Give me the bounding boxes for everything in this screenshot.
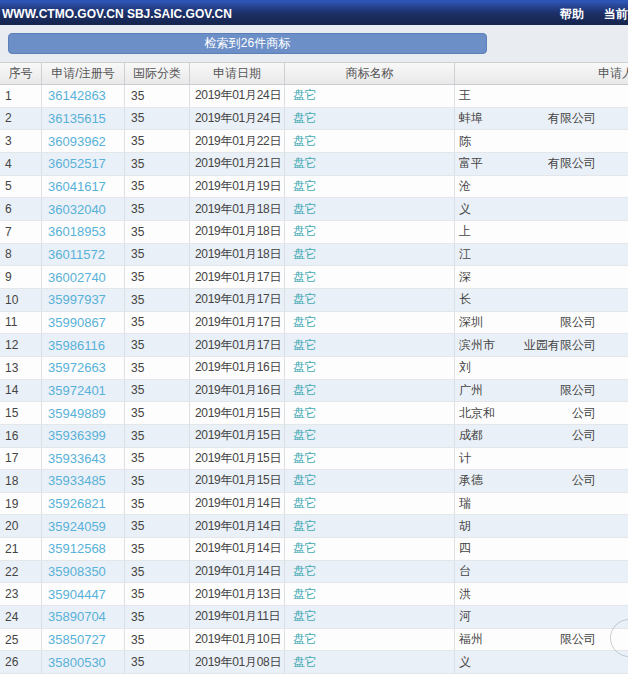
registration-number-link[interactable]: 35990867 (48, 315, 106, 330)
trademark-name-link[interactable]: 盘它 (293, 201, 317, 218)
applicant-name-fragment-left: 上 (459, 223, 471, 240)
registration-number-link[interactable]: 35924059 (48, 519, 106, 534)
registration-number-link[interactable]: 36135615 (48, 111, 106, 126)
trademark-name-link[interactable]: 盘它 (293, 178, 317, 195)
registration-number-link[interactable]: 36018953 (48, 224, 106, 239)
apply-date-cell: 2019年01月11日 (190, 606, 285, 628)
trademark-name-link[interactable]: 盘它 (293, 155, 317, 172)
trademark-name-link[interactable]: 盘它 (293, 472, 317, 489)
apply-date-cell: 2019年01月24日 (190, 108, 285, 130)
table-row: 1 36142863 35 2019年01月24日 盘它 王 (0, 85, 628, 108)
column-header-index: 序号 (0, 63, 42, 84)
applicant-cell: 胡 (455, 515, 628, 537)
applicant-name-fragment-left: 富平 (459, 155, 483, 172)
index-cell: 10 (0, 289, 42, 311)
table-row: 17 35933643 35 2019年01月15日 盘它 计 (0, 448, 628, 471)
trademark-name-link[interactable]: 盘它 (293, 495, 317, 512)
registration-number-link[interactable]: 36052517 (48, 156, 106, 171)
intl-class-cell: 35 (125, 448, 190, 470)
trademark-name-link[interactable]: 盘它 (293, 87, 317, 104)
applicant-cell: 王 (455, 85, 628, 107)
applicant-name-fragment-left: 滨州市 (459, 337, 495, 354)
trademark-name-cell: 盘它 (285, 289, 455, 311)
registration-number-link[interactable]: 35933643 (48, 451, 106, 466)
intl-class-cell: 35 (125, 130, 190, 152)
registration-number-link[interactable]: 35912568 (48, 541, 106, 556)
trademark-name-link[interactable]: 盘它 (293, 608, 317, 625)
trademark-name-link[interactable]: 盘它 (293, 314, 317, 331)
registration-number-link[interactable]: 35949889 (48, 406, 106, 421)
apply-date-cell: 2019年01月14日 (190, 515, 285, 537)
trademark-name-link[interactable]: 盘它 (293, 382, 317, 399)
applicant-name-fragment-left: 深圳 (459, 314, 483, 331)
trademark-name-link[interactable]: 盘它 (293, 359, 317, 376)
trademark-name-cell: 盘它 (285, 198, 455, 220)
registration-number-link[interactable]: 35850727 (48, 632, 106, 647)
registration-number-link[interactable]: 35972663 (48, 360, 106, 375)
trademark-name-link[interactable]: 盘它 (293, 586, 317, 603)
applicant-cell: 深圳 限公司 (455, 312, 628, 334)
trademark-name-link[interactable]: 盘它 (293, 405, 317, 422)
trademark-name-link[interactable]: 盘它 (293, 518, 317, 535)
registration-number-link[interactable]: 35800530 (48, 655, 106, 670)
registration-number-link[interactable]: 36041617 (48, 179, 106, 194)
apply-date-cell: 2019年01月15日 (190, 448, 285, 470)
trademark-name-link[interactable]: 盘它 (293, 246, 317, 263)
trademark-name-link[interactable]: 盘它 (293, 450, 317, 467)
registration-number-link[interactable]: 35904447 (48, 587, 106, 602)
registration-number-link[interactable]: 36002740 (48, 270, 106, 285)
registration-number-cell: 35990867 (42, 312, 125, 334)
intl-class-cell: 35 (125, 606, 190, 628)
registration-number-link[interactable]: 35926821 (48, 496, 106, 511)
registration-number-link[interactable]: 36142863 (48, 88, 106, 103)
trademark-name-link[interactable]: 盘它 (293, 563, 317, 580)
applicant-cell: 洪 (455, 583, 628, 605)
registration-number-link[interactable]: 36093962 (48, 134, 106, 149)
table-row: 12 35986116 35 2019年01月17日 盘它 滨州市 业园有限公司 (0, 334, 628, 357)
current-status-link[interactable]: 当前数 (604, 6, 628, 23)
search-result-count-banner[interactable]: 检索到26件商标 (8, 33, 487, 54)
trademark-name-link[interactable]: 盘它 (293, 540, 317, 557)
registration-number-cell: 36002740 (42, 266, 125, 288)
trademark-name-link[interactable]: 盘它 (293, 223, 317, 240)
registration-number-link[interactable]: 35986116 (48, 338, 105, 353)
trademark-name-link[interactable]: 盘它 (293, 291, 317, 308)
column-header-intl-class: 国际分类 (125, 63, 190, 84)
registration-number-cell: 35912568 (42, 538, 125, 560)
table-row: 7 36018953 35 2019年01月18日 盘它 上 (0, 221, 628, 244)
registration-number-link[interactable]: 35890704 (48, 609, 106, 624)
trademark-name-link[interactable]: 盘它 (293, 269, 317, 286)
trademark-name-link[interactable]: 盘它 (293, 110, 317, 127)
trademark-name-cell: 盘它 (285, 130, 455, 152)
registration-number-cell: 35890704 (42, 606, 125, 628)
registration-number-link[interactable]: 35936399 (48, 428, 106, 443)
table-row: 11 35990867 35 2019年01月17日 盘它 深圳 限公司 (0, 312, 628, 335)
intl-class-cell: 35 (125, 153, 190, 175)
applicant-name-fragment-right: 限公司 (560, 382, 596, 399)
registration-number-link[interactable]: 35972401 (48, 383, 106, 398)
intl-class-cell: 35 (125, 651, 190, 673)
help-link[interactable]: 帮助 (560, 6, 584, 23)
trademark-name-link[interactable]: 盘它 (293, 133, 317, 150)
applicant-name-fragment-left: 义 (459, 201, 471, 218)
trademark-name-link[interactable]: 盘它 (293, 337, 317, 354)
registration-number-link[interactable]: 35997937 (48, 292, 106, 307)
intl-class-cell: 35 (125, 176, 190, 198)
registration-number-cell: 36052517 (42, 153, 125, 175)
table-row: 21 35912568 35 2019年01月14日 盘它 四 (0, 538, 628, 561)
registration-number-link[interactable]: 35908350 (48, 564, 106, 579)
registration-number-link[interactable]: 36032040 (48, 202, 106, 217)
trademark-name-link[interactable]: 盘它 (293, 654, 317, 671)
intl-class-cell: 35 (125, 629, 190, 651)
registration-number-link[interactable]: 35933485 (48, 473, 106, 488)
registration-number-link[interactable]: 36011572 (48, 247, 105, 262)
applicant-cell: 滨州市 业园有限公司 (455, 334, 628, 356)
registration-number-cell: 35908350 (42, 561, 125, 583)
applicant-name-fragment-right: 公司 (572, 427, 596, 444)
table-row: 25 35850727 35 2019年01月10日 盘它 福州 限公司 (0, 629, 628, 652)
trademark-name-cell: 盘它 (285, 312, 455, 334)
table-row: 13 35972663 35 2019年01月16日 盘它 刘 (0, 357, 628, 380)
table-row: 5 36041617 35 2019年01月19日 盘它 沧 (0, 176, 628, 199)
trademark-name-link[interactable]: 盘它 (293, 427, 317, 444)
trademark-name-link[interactable]: 盘它 (293, 631, 317, 648)
